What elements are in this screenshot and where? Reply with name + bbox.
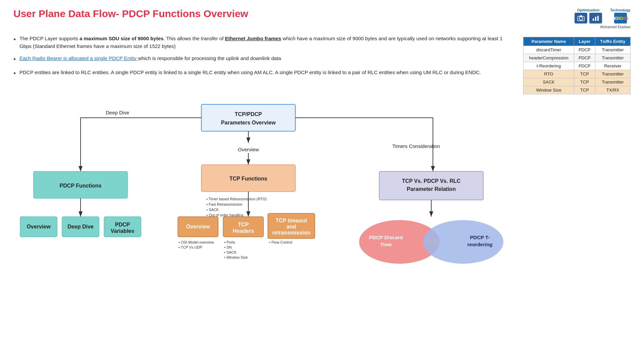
cell-entity: Transmitter — [595, 46, 630, 54]
cell-layer: PDCP — [574, 62, 595, 70]
pdcp-discard-label2: Time — [380, 242, 392, 247]
tcp-hdr-sub1: • Ports — [224, 240, 235, 244]
pdcp-entity-link[interactable]: Each Radio Bearer is allocated a single … — [19, 55, 138, 61]
cell-entity: Transmitter — [595, 54, 630, 62]
diagram-area: TCP/PDCP Parameters Overview Overview De… — [13, 98, 631, 273]
pdcp-treorder-label1: PDCP T- — [470, 235, 490, 240]
camera-icon — [575, 13, 587, 23]
table-row: RTO TCP Transmitter — [524, 70, 631, 78]
bullet-text-2: Each Radio Bearer is allocated a single … — [19, 55, 515, 62]
title-black: User Plane Data Flow- — [13, 8, 122, 19]
bullet-list: • The PDCP Layer supports a maximum SDU … — [13, 35, 515, 94]
tcp-ov-sub1: • OSI Model overview — [179, 240, 214, 244]
svg-rect-3 — [593, 18, 594, 21]
content-area: • The PDCP Layer supports a maximum SDU … — [13, 35, 631, 94]
bold-underline-ethernet: Ethernet Jumbo frames — [225, 36, 281, 41]
col-header-entity: Tx/Rx Entity — [595, 37, 630, 46]
bullet-1: • The PDCP Layer supports a maximum SDU … — [13, 35, 515, 50]
tcp-to-sub1: • Flow Control — [269, 240, 292, 244]
col-header-name: Parameter Name — [524, 37, 574, 46]
cell-layer: TCP — [574, 70, 595, 78]
cell-entity: Receiver — [595, 62, 630, 70]
cell-name: SACK — [524, 78, 574, 86]
tcp-sub-3: • SACK — [206, 208, 219, 212]
table-row: headerCompression PDCP Transmitter — [524, 54, 631, 62]
pdcp-overview-label: Overview — [27, 224, 51, 229]
tcp-hdr-sub2: • SN — [224, 245, 232, 249]
table-row: SACK TCP Transmitter — [524, 78, 631, 86]
table-row: t-Reordering PDCP Receiver — [524, 62, 631, 70]
page-header: User Plane Data Flow- PDCP Functions Ove… — [13, 8, 631, 29]
parameter-table-container: Parameter Name Layer Tx/Rx Entity discar… — [523, 37, 631, 94]
bullet-2: • Each Radio Bearer is allocated a singl… — [13, 55, 515, 64]
pdcp-treorder-label2: reordering — [467, 242, 492, 247]
bold-sdu: a maximum SDU size of 9000 bytes — [80, 36, 163, 41]
cell-layer: TCP — [574, 86, 595, 94]
pdcp-functions-label: PDCP Functions — [59, 183, 101, 189]
svg-point-0 — [579, 17, 583, 20]
chart-icon — [589, 13, 602, 23]
pdcp-discard-label1: PDCP Discard — [369, 235, 403, 240]
cell-name: t-Reordering — [524, 62, 574, 70]
cell-name: discardTimer — [524, 46, 574, 54]
pdcp-deepdive-label: Deep Dive — [67, 224, 93, 229]
tcp-hdr-sub3: • SACK — [224, 250, 237, 254]
cell-name: headerCompression — [524, 54, 574, 62]
tcp-vs-pdcp-box — [379, 171, 483, 200]
top-box-label1: TCP/PDCP — [235, 111, 262, 117]
author-name: Mohamed Eladawi — [600, 25, 631, 29]
tcp-vs-pdcp-label1: TCP Vs. PDCP Vs. RLC — [402, 178, 461, 184]
cell-name: RTO — [524, 70, 574, 78]
cell-entity: Transmitter — [595, 70, 630, 78]
tcp-timeout-label3: retransmission — [272, 230, 311, 236]
diagram-svg: TCP/PDCP Parameters Overview Overview De… — [13, 98, 631, 272]
tcp-headers-label2: Headers — [233, 228, 254, 234]
header-logo: Optimization Technology 4G5G6G — [575, 8, 631, 29]
bullet-text-3: PDCP entities are linked to RLC entities… — [19, 69, 515, 76]
bullet-dot-1: • — [13, 34, 19, 44]
svg-rect-4 — [595, 17, 596, 21]
tcp-functions-label: TCP Functions — [230, 176, 267, 182]
logo-technology-label: Technology — [610, 8, 631, 12]
pdcp-variables-label: PDCP — [115, 222, 130, 227]
tcp-sub-1: • Timer based Retransmission (RTO) — [206, 197, 267, 201]
svg-rect-5 — [597, 16, 599, 21]
tcp-vs-pdcp-label2: Parameter Relation — [407, 186, 456, 192]
top-center-box — [201, 104, 295, 131]
tcp-timeout-label2: and — [287, 224, 296, 229]
title-red: PDCP Functions Overview — [122, 8, 248, 19]
cell-layer: PDCP — [574, 54, 595, 62]
cell-name: Window Size — [524, 86, 574, 94]
deep-dive-label: Deep Dive — [106, 110, 129, 115]
svg-rect-2 — [580, 15, 582, 17]
overview-label: Overview — [238, 147, 259, 152]
bullet-dot-3: • — [13, 68, 19, 78]
page-title: User Plane Data Flow- PDCP Functions Ove… — [13, 8, 248, 19]
tcp-sub-2: • Fast Retransmission — [206, 202, 242, 206]
parameter-table: Parameter Name Layer Tx/Rx Entity discar… — [523, 37, 631, 94]
bullet-dot-2: • — [13, 54, 19, 64]
bullet-3: • PDCP entities are linked to RLC entiti… — [13, 69, 515, 78]
logo-optimization-label: Optimization — [577, 8, 600, 12]
cell-layer: TCP — [574, 78, 595, 86]
cell-layer: PDCP — [574, 46, 595, 54]
cell-entity: Transmitter — [595, 78, 630, 86]
top-box-label2: Parameters Overview — [221, 120, 276, 125]
col-header-layer: Layer — [574, 37, 595, 46]
timers-label: Timers Consideration — [392, 143, 440, 149]
tcp-overview-label: Overview — [186, 224, 210, 229]
tcp-timeout-label1: TCP timeout — [276, 218, 307, 223]
tcp-ov-sub2: • TCP Vs UDP — [179, 245, 202, 249]
table-row: Window Size TCP TX/RX — [524, 86, 631, 94]
pdcp-variables-label2: Variables — [111, 228, 134, 234]
cell-entity: TX/RX — [595, 86, 630, 94]
tech-icon: 4G5G6G — [614, 13, 627, 23]
tcp-sub-4: • Out of order handling — [206, 213, 243, 217]
tcp-hdr-sub4: • Window Size — [224, 255, 248, 259]
tcp-headers-label1: TCP — [238, 222, 249, 227]
bullet-text-1: The PDCP Layer supports a maximum SDU si… — [19, 35, 515, 50]
table-row: discardTimer PDCP Transmitter — [524, 46, 631, 54]
